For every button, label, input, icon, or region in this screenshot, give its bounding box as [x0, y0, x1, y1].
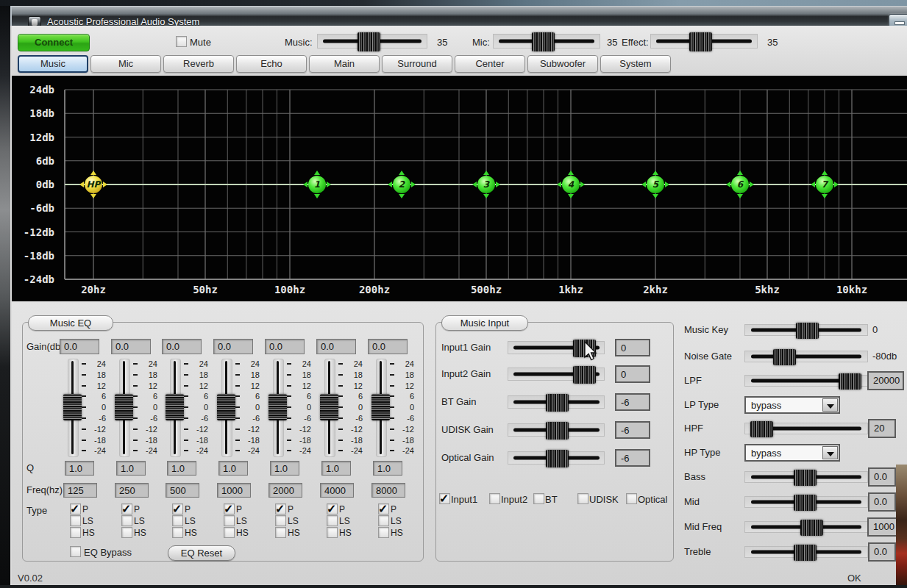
eq-reset-button[interactable]: EQ Reset: [168, 545, 235, 561]
noise-gate-slider[interactable]: [744, 351, 868, 362]
mid-slider-thumb[interactable]: [794, 495, 817, 511]
eq-gain-input-6[interactable]: 0.0: [316, 339, 356, 354]
bass-slider[interactable]: [744, 471, 868, 483]
eq-response-graph[interactable]: 24db18db12db6db0db-6db-12db-18db-24db20h…: [12, 76, 907, 301]
eq-type-ls-checkbox-4[interactable]: [224, 515, 235, 526]
hp-type-dropdown-button[interactable]: [822, 446, 838, 459]
eq-fader-thumb-2[interactable]: [115, 394, 133, 420]
source-bt-checkbox[interactable]: [533, 493, 544, 504]
eq-q-input-4[interactable]: 1.0: [218, 461, 248, 476]
eq-fader-thumb-4[interactable]: [217, 394, 235, 420]
eq-freq-input-7[interactable]: 8000: [371, 483, 405, 498]
eq-node-4[interactable]: 4: [557, 171, 585, 198]
eq-type-hs-checkbox-6[interactable]: [327, 527, 338, 538]
eq-type-p-checkbox-5[interactable]: ✓: [275, 503, 286, 514]
eq-freq-input-2[interactable]: 250: [115, 483, 149, 498]
eq-node-1[interactable]: 1: [303, 171, 331, 198]
eq-q-input-5[interactable]: 1.0: [270, 461, 299, 476]
mic-volume-slider[interactable]: [493, 34, 600, 49]
eq-type-hs-checkbox-2[interactable]: [121, 527, 132, 538]
eq-q-input-1[interactable]: 1.0: [65, 461, 94, 476]
tab-mic[interactable]: Mic: [90, 55, 161, 73]
tab-main[interactable]: Main: [309, 55, 380, 73]
music-volume-slider-thumb[interactable]: [358, 32, 380, 51]
eq-freq-input-1[interactable]: 125: [63, 483, 97, 498]
connect-button[interactable]: Connect: [18, 34, 90, 51]
tab-center[interactable]: Center: [455, 55, 525, 73]
eq-gain-input-3[interactable]: 0.0: [162, 339, 202, 354]
lpf-value[interactable]: 20000: [867, 371, 904, 390]
bt-gain-slider-thumb[interactable]: [546, 394, 569, 412]
eq-fader-thumb-1[interactable]: [63, 394, 82, 420]
tab-system[interactable]: System: [600, 55, 671, 73]
treble-slider[interactable]: [744, 546, 868, 558]
eq-fader-3[interactable]: 24181260-6-12-18-24: [168, 359, 210, 457]
eq-fader-5[interactable]: 24181260-6-12-18-24: [271, 359, 313, 457]
eq-q-input-2[interactable]: 1.0: [116, 461, 146, 476]
mid-freq-slider[interactable]: [744, 521, 868, 533]
effect-volume-slider-thumb[interactable]: [689, 32, 712, 51]
hpf-slider[interactable]: [744, 423, 868, 434]
eq-type-hs-checkbox-4[interactable]: [224, 527, 235, 538]
eq-gain-input-2[interactable]: 0.0: [111, 339, 151, 354]
tab-reverb[interactable]: Reverb: [163, 55, 234, 73]
source-input1-checkbox[interactable]: ✓: [439, 493, 450, 504]
source-udisk-checkbox[interactable]: [577, 493, 588, 504]
eq-node-2[interactable]: 2: [388, 171, 416, 198]
eq-gain-input-5[interactable]: 0.0: [265, 339, 305, 354]
tab-music[interactable]: Music: [18, 55, 88, 73]
eq-fader-thumb-5[interactable]: [268, 394, 287, 420]
optical-gain-slider-thumb[interactable]: [546, 450, 569, 467]
eq-type-hs-checkbox-3[interactable]: [172, 527, 183, 538]
eq-type-hs-checkbox-5[interactable]: [275, 527, 286, 538]
eq-type-ls-checkbox-7[interactable]: [378, 515, 389, 526]
eq-fader-6[interactable]: 24181260-6-12-18-24: [322, 359, 365, 457]
eq-gain-input-4[interactable]: 0.0: [213, 339, 253, 354]
treble-slider-thumb[interactable]: [794, 545, 817, 561]
input2-gain-slider-thumb[interactable]: [573, 366, 596, 384]
eq-type-hs-checkbox-1[interactable]: [70, 527, 81, 538]
tab-subwoofer[interactable]: Subwoofer: [527, 55, 598, 73]
optical-gain-value[interactable]: -6: [615, 449, 650, 467]
lpf-slider[interactable]: [744, 375, 868, 387]
music-key-slider[interactable]: [744, 324, 868, 336]
mid-value[interactable]: 0.0: [868, 492, 896, 512]
eq-type-p-checkbox-1[interactable]: ✓: [70, 503, 81, 514]
eq-type-hs-checkbox-7[interactable]: [378, 527, 389, 538]
bt-gain-value[interactable]: -6: [615, 393, 650, 411]
tab-echo[interactable]: Echo: [236, 55, 307, 73]
eq-fader-7[interactable]: 24181260-6-12-18-24: [374, 359, 416, 457]
lp-type-select[interactable]: bypass: [744, 396, 840, 414]
eq-node-3[interactable]: 3: [472, 171, 500, 198]
lp-type-dropdown-button[interactable]: [822, 398, 838, 412]
input2-gain-value[interactable]: 0: [615, 365, 650, 383]
eq-fader-2[interactable]: 24181260-6-12-18-24: [117, 359, 160, 457]
eq-freq-input-3[interactable]: 500: [166, 483, 199, 498]
source-input2-checkbox[interactable]: [489, 493, 500, 504]
optical-gain-slider[interactable]: [508, 451, 605, 465]
hp-type-select[interactable]: bypass: [744, 444, 840, 462]
mute-checkbox[interactable]: [176, 36, 187, 47]
eq-node-7[interactable]: 7: [811, 171, 839, 198]
lpf-slider-thumb[interactable]: [839, 373, 861, 390]
eq-type-ls-checkbox-6[interactable]: [327, 515, 338, 526]
udisk-gain-slider-thumb[interactable]: [546, 422, 569, 440]
eq-node-hp[interactable]: HP: [79, 171, 107, 198]
eq-freq-input-5[interactable]: 2000: [268, 483, 302, 498]
bass-slider-thumb[interactable]: [794, 470, 817, 486]
eq-q-input-6[interactable]: 1.0: [321, 461, 351, 476]
eq-type-p-checkbox-7[interactable]: ✓: [378, 503, 389, 514]
eq-type-p-checkbox-2[interactable]: ✓: [121, 503, 132, 514]
eq-node-6[interactable]: 6: [726, 171, 754, 198]
eq-fader-thumb-7[interactable]: [371, 394, 390, 420]
input1-gain-value[interactable]: 0: [615, 339, 650, 356]
bass-value[interactable]: 0.0: [868, 467, 896, 487]
eq-type-p-checkbox-6[interactable]: ✓: [327, 503, 338, 514]
eq-type-p-checkbox-3[interactable]: ✓: [172, 503, 183, 514]
hpf-value[interactable]: 20: [868, 419, 896, 438]
eq-bypass-checkbox[interactable]: [70, 546, 81, 557]
mid-freq-slider-thumb[interactable]: [800, 520, 823, 536]
music-key-slider-thumb[interactable]: [796, 323, 819, 339]
eq-gain-input-1[interactable]: 0.0: [60, 339, 99, 354]
eq-type-ls-checkbox-5[interactable]: [275, 515, 286, 526]
